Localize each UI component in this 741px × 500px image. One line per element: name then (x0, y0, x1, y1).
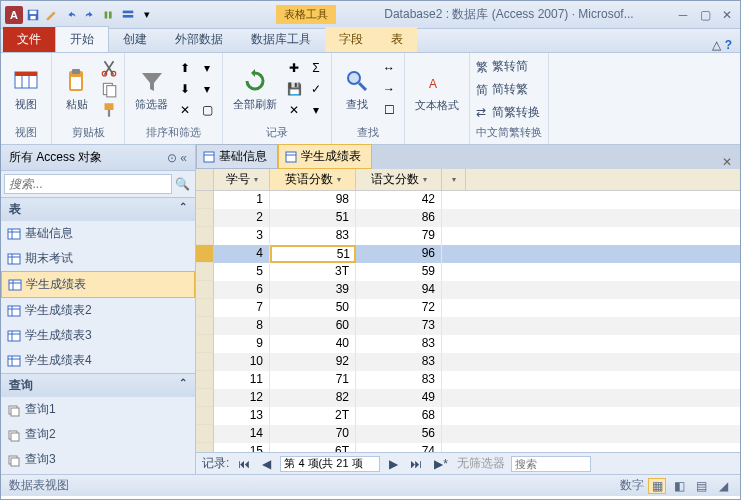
tab-ctx-表[interactable]: 表 (377, 27, 417, 52)
maximize-button[interactable]: ▢ (696, 8, 714, 22)
nav-group-查询[interactable]: 查询⌃ (1, 374, 195, 397)
cell[interactable]: 71 (270, 371, 356, 389)
new-record-icon[interactable]: ✚ (285, 59, 303, 77)
nav-item[interactable]: 查询2 (1, 422, 195, 447)
replace-icon[interactable]: ↔ (380, 59, 398, 77)
qat-btn6-icon[interactable] (119, 6, 137, 24)
cell[interactable]: 6 (214, 281, 270, 299)
cell[interactable]: 2 (214, 209, 270, 227)
cell[interactable]: 68 (356, 407, 442, 425)
cell[interactable]: 60 (270, 317, 356, 335)
qat-btn5-icon[interactable] (100, 6, 118, 24)
cell[interactable]: 94 (356, 281, 442, 299)
clear-sort-icon[interactable]: ✕ (176, 101, 194, 119)
row-selector[interactable] (196, 425, 214, 443)
cell[interactable]: 51 (270, 209, 356, 227)
recnav-last-icon[interactable]: ⏭ (407, 457, 425, 471)
row-selector[interactable] (196, 389, 214, 407)
table-row[interactable]: 147056 (196, 425, 740, 443)
delete-record-icon[interactable]: ✕ (285, 101, 303, 119)
table-row[interactable]: 94083 (196, 335, 740, 353)
cell[interactable]: 2T (270, 407, 356, 425)
cell[interactable]: 3 (214, 227, 270, 245)
cell[interactable]: 7 (214, 299, 270, 317)
row-selector[interactable] (196, 191, 214, 209)
qat-redo-icon[interactable] (81, 6, 99, 24)
cell[interactable]: 82 (270, 389, 356, 407)
cell[interactable]: 86 (356, 209, 442, 227)
row-selector[interactable] (196, 263, 214, 281)
text-format-button[interactable]: A 文本格式 (411, 66, 463, 115)
row-selector[interactable] (196, 299, 214, 317)
table-row[interactable]: 38379 (196, 227, 740, 245)
cell[interactable]: 92 (270, 353, 356, 371)
cell[interactable]: 14 (214, 425, 270, 443)
nav-title[interactable]: 所有 Access 对象 (9, 149, 102, 166)
cell[interactable]: 9 (214, 335, 270, 353)
advanced-filter-icon[interactable]: ▾ (198, 80, 216, 98)
cell[interactable]: 70 (270, 425, 356, 443)
view-datasheet-icon[interactable]: ▦ (648, 478, 666, 494)
cell[interactable]: 51 (270, 245, 356, 263)
nav-item[interactable]: 期末考试 (1, 246, 195, 271)
nav-item[interactable]: 学生成绩表3 (1, 323, 195, 348)
cell[interactable]: 73 (356, 317, 442, 335)
paste-button[interactable]: 粘贴 (58, 65, 96, 114)
cell[interactable]: 12 (214, 389, 270, 407)
cell[interactable]: 15 (214, 443, 270, 452)
add-column-button[interactable]: ▾ (442, 169, 466, 190)
simp-to-trad-button[interactable]: 简简转繁 (476, 81, 540, 98)
minimize-ribbon-icon[interactable]: △ (712, 38, 721, 52)
row-selector[interactable] (196, 281, 214, 299)
nav-collapse-icon[interactable]: ⊙ « (167, 151, 187, 165)
cell[interactable]: 42 (356, 191, 442, 209)
chinese-convert-button[interactable]: ⇄简繁转换 (476, 104, 540, 121)
cell[interactable]: 79 (356, 227, 442, 245)
nav-item[interactable]: 查询4 (1, 472, 195, 474)
sort-asc-icon[interactable]: ⬆ (176, 59, 194, 77)
row-selector[interactable] (196, 335, 214, 353)
nav-item[interactable]: 查询3 (1, 447, 195, 472)
cell[interactable]: 83 (356, 335, 442, 353)
nav-item[interactable]: 查询1 (1, 397, 195, 422)
cell[interactable]: 96 (356, 245, 442, 263)
row-selector[interactable] (196, 245, 214, 263)
recnav-position-input[interactable] (280, 456, 380, 472)
cell[interactable]: 83 (356, 353, 442, 371)
nav-item[interactable]: 学生成绩表2 (1, 298, 195, 323)
recnav-new-icon[interactable]: ▶* (431, 457, 451, 471)
qat-edit-icon[interactable] (43, 6, 61, 24)
row-selector[interactable] (196, 407, 214, 425)
column-header[interactable]: 学号▾ (214, 169, 270, 190)
tab-数据库工具[interactable]: 数据库工具 (237, 27, 325, 52)
view-chart-icon[interactable]: ◢ (714, 478, 732, 494)
cell[interactable]: 39 (270, 281, 356, 299)
select-icon[interactable]: ☐ (380, 101, 398, 119)
nav-item[interactable]: 学生成绩表 (1, 271, 195, 298)
table-row[interactable]: 19842 (196, 191, 740, 209)
row-selector[interactable] (196, 209, 214, 227)
help-icon[interactable]: ? (725, 38, 732, 52)
table-row[interactable]: 53T59 (196, 263, 740, 281)
table-row[interactable]: 109283 (196, 353, 740, 371)
cell[interactable]: 13 (214, 407, 270, 425)
column-header[interactable]: 英语分数▾ (270, 169, 356, 190)
close-button[interactable]: ✕ (718, 8, 736, 22)
row-selector[interactable] (196, 443, 214, 452)
tab-file[interactable]: 文件 (3, 27, 55, 52)
view-button[interactable]: 视图 (7, 65, 45, 114)
copy-icon[interactable] (100, 80, 118, 98)
cell[interactable]: 40 (270, 335, 356, 353)
cell[interactable]: 10 (214, 353, 270, 371)
cell[interactable]: 59 (356, 263, 442, 281)
refresh-all-button[interactable]: 全部刷新 (229, 65, 281, 114)
cell[interactable]: 83 (356, 371, 442, 389)
nav-search-input[interactable] (4, 174, 172, 194)
tab-创建[interactable]: 创建 (109, 27, 161, 52)
cut-icon[interactable] (100, 59, 118, 77)
row-selector[interactable] (196, 371, 214, 389)
table-row[interactable]: 156T74 (196, 443, 740, 452)
cell[interactable]: 8 (214, 317, 270, 335)
tab-外部数据[interactable]: 外部数据 (161, 27, 237, 52)
cell[interactable]: 49 (356, 389, 442, 407)
